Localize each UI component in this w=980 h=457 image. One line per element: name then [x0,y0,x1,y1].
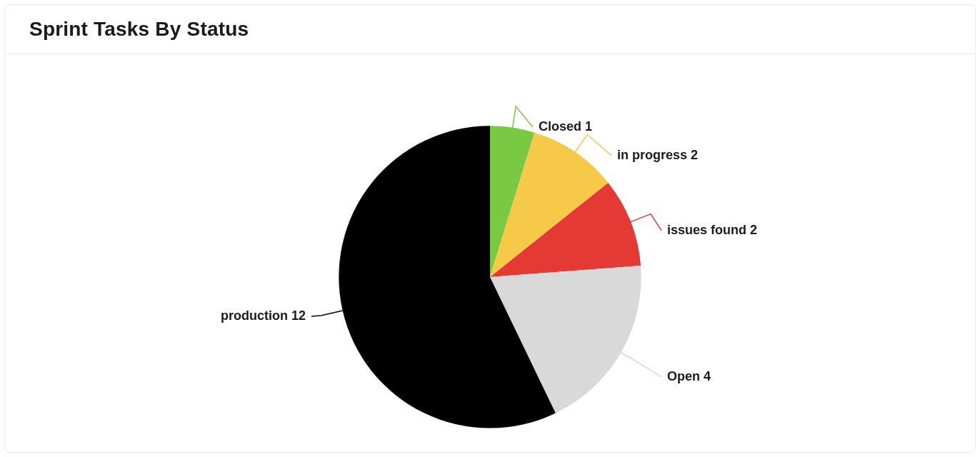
pie-chart: Closed 1in progress 2issues found 2Open … [5,54,975,452]
slice-label: Closed 1 [539,119,592,134]
slice-label: issues found 2 [667,223,757,237]
card-header: Sprint Tasks By Status [5,5,975,54]
chart-area: Closed 1in progress 2issues found 2Open … [5,54,975,452]
leader-line [311,311,343,316]
slice-label: Open 4 [667,369,711,383]
leader-line [631,214,661,231]
chart-card: Sprint Tasks By Status Closed 1in progre… [4,4,976,453]
leader-line [513,106,533,128]
slice-label: in progress 2 [617,148,698,162]
leader-line [621,353,661,377]
card-title: Sprint Tasks By Status [29,18,951,41]
leader-line [575,134,611,156]
slice-label: production 12 [221,308,306,323]
